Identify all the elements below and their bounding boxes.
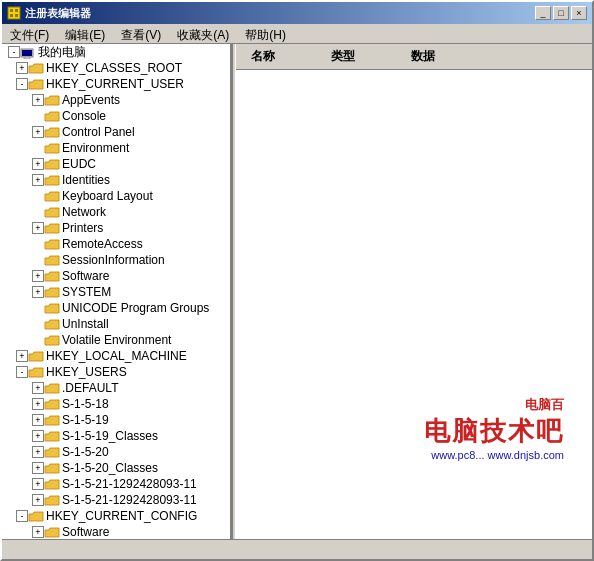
close-button[interactable]: × [571, 6, 587, 20]
folder-default-icon [44, 382, 60, 395]
folder-volatile-icon [44, 334, 60, 347]
values-header: 名称 类型 数据 [236, 44, 592, 70]
menu-view[interactable]: 查看(V) [113, 26, 169, 41]
tree-node-hku[interactable]: - HKEY_USERS [2, 364, 230, 380]
expand-s1520c-btn[interactable]: + [32, 462, 44, 474]
tree-node-hklm[interactable]: + HKEY_LOCAL_MACHINE [2, 348, 230, 364]
no-expand-console [32, 110, 44, 122]
svg-marker-11 [45, 112, 59, 121]
content-area: - 我的电脑 + HKEY_CLASSES_ROOT [2, 44, 592, 539]
tree-node-keyboardlayout[interactable]: Keyboard Layout [2, 188, 230, 204]
no-expand-volatile [32, 334, 44, 346]
expand-system-hkcu-btn[interactable]: + [32, 286, 44, 298]
svg-marker-34 [45, 480, 59, 489]
expand-printers-btn[interactable]: + [32, 222, 44, 234]
tree-node-hkcr[interactable]: + HKEY_CLASSES_ROOT [2, 60, 230, 76]
expand-eudc-btn[interactable]: + [32, 158, 44, 170]
svg-marker-22 [45, 288, 59, 297]
tree-node-s1518[interactable]: + S-1-5-18 [2, 396, 230, 412]
folder-uninstall-icon [44, 318, 60, 331]
collapse-hkcc-btn[interactable]: - [16, 510, 28, 522]
tree-node-identities[interactable]: + Identities [2, 172, 230, 188]
tree-node-s1519c[interactable]: + S-1-5-19_Classes [2, 428, 230, 444]
tree-node-mycomputer[interactable]: - 我的电脑 [6, 44, 230, 60]
expand-appevents-btn[interactable]: + [32, 94, 44, 106]
registry-tree-pane[interactable]: - 我的电脑 + HKEY_CLASSES_ROOT [2, 44, 232, 539]
tree-label-system-hkcu: SYSTEM [62, 285, 111, 299]
tree-node-s1519[interactable]: + S-1-5-19 [2, 412, 230, 428]
no-expand-network [32, 206, 44, 218]
tree-node-sessioninfo[interactable]: SessionInformation [2, 252, 230, 268]
expand-software-hkcu-btn[interactable]: + [32, 270, 44, 282]
no-expand-sessioninfo [32, 254, 44, 266]
menu-edit[interactable]: 编辑(E) [57, 26, 113, 41]
tree-node-software-hkcu[interactable]: + Software [2, 268, 230, 284]
minimize-button[interactable]: _ [535, 6, 551, 20]
expand-identities-btn[interactable]: + [32, 174, 44, 186]
tree-node-network[interactable]: Network [2, 204, 230, 220]
svg-marker-18 [45, 224, 59, 233]
expand-s1519c-btn[interactable]: + [32, 430, 44, 442]
registry-values-pane: 名称 类型 数据 [236, 44, 592, 539]
expand-s1518-btn[interactable]: + [32, 398, 44, 410]
svg-marker-27 [29, 368, 43, 377]
expand-default-btn[interactable]: + [32, 382, 44, 394]
title-bar-left: 注册表编辑器 [7, 6, 91, 21]
maximize-button[interactable]: □ [553, 6, 569, 20]
tree-label-remoteaccess: RemoteAccess [62, 237, 143, 251]
tree-label-environment: Environment [62, 141, 129, 155]
collapse-hkcu-btn[interactable]: - [16, 78, 28, 90]
tree-node-hkcu[interactable]: - HKEY_CURRENT_USER [2, 76, 230, 92]
folder-appevents-icon [44, 94, 60, 107]
svg-marker-20 [45, 256, 59, 265]
expand-s1520-btn[interactable]: + [32, 446, 44, 458]
tree-node-s1520c[interactable]: + S-1-5-20_Classes [2, 460, 230, 476]
expand-software-hkcc-btn[interactable]: + [32, 526, 44, 538]
expand-s15211-btn[interactable]: + [32, 478, 44, 490]
expand-s15212-btn[interactable]: + [32, 494, 44, 506]
tree-label-keyboardlayout: Keyboard Layout [62, 189, 153, 203]
folder-eudc-icon [44, 158, 60, 171]
tree-node-appevents[interactable]: + AppEvents [2, 92, 230, 108]
tree-node-s15212[interactable]: + S-1-5-21-1292428093-11 [2, 492, 230, 508]
tree-node-s15211[interactable]: + S-1-5-21-1292428093-11 [2, 476, 230, 492]
folder-network-icon [44, 206, 60, 219]
menu-favorites[interactable]: 收藏夹(A) [169, 26, 237, 41]
tree-node-console[interactable]: Console [2, 108, 230, 124]
tree-node-volatile[interactable]: Volatile Environment [2, 332, 230, 348]
tree-node-unicode[interactable]: UNICODE Program Groups [2, 300, 230, 316]
tree-node-s1520[interactable]: + S-1-5-20 [2, 444, 230, 460]
expand-hkcr-btn[interactable]: + [16, 62, 28, 74]
expand-hklm-btn[interactable]: + [16, 350, 28, 362]
tree-node-eudc[interactable]: + EUDC [2, 156, 230, 172]
tree-label-eudc: EUDC [62, 157, 96, 171]
svg-rect-4 [15, 14, 18, 17]
tree-node-remoteaccess[interactable]: RemoteAccess [2, 236, 230, 252]
tree-node-software-hkcc[interactable]: + Software [2, 524, 230, 539]
tree-label-identities: Identities [62, 173, 110, 187]
tree-label-hkcu: HKEY_CURRENT_USER [46, 77, 184, 91]
folder-controlpanel-icon [44, 126, 60, 139]
tree-node-uninstall[interactable]: UnInstall [2, 316, 230, 332]
tree-node-system-hkcu[interactable]: + SYSTEM [2, 284, 230, 300]
svg-rect-0 [8, 7, 20, 19]
collapse-hku-btn[interactable]: - [16, 366, 28, 378]
svg-rect-1 [10, 9, 13, 12]
menu-bar: 文件(F) 编辑(E) 查看(V) 收藏夹(A) 帮助(H) [2, 24, 592, 44]
tree-node-default[interactable]: + .DEFAULT [2, 380, 230, 396]
tree-label-software-hkcc: Software [62, 525, 109, 539]
svg-marker-21 [45, 272, 59, 281]
folder-hklm-icon [28, 350, 44, 363]
tree-node-controlpanel[interactable]: + Control Panel [2, 124, 230, 140]
tree-label-s1520c: S-1-5-20_Classes [62, 461, 158, 475]
tree-node-environment[interactable]: Environment [2, 140, 230, 156]
menu-file[interactable]: 文件(F) [2, 26, 57, 41]
folder-system-hkcu-icon [44, 286, 60, 299]
expand-controlpanel-btn[interactable]: + [32, 126, 44, 138]
svg-marker-16 [45, 192, 59, 201]
expand-s1519-btn[interactable]: + [32, 414, 44, 426]
collapse-mycomputer-btn[interactable]: - [8, 46, 20, 58]
tree-node-hkcc[interactable]: - HKEY_CURRENT_CONFIG [2, 508, 230, 524]
tree-node-printers[interactable]: + Printers [2, 220, 230, 236]
menu-help[interactable]: 帮助(H) [237, 26, 294, 41]
